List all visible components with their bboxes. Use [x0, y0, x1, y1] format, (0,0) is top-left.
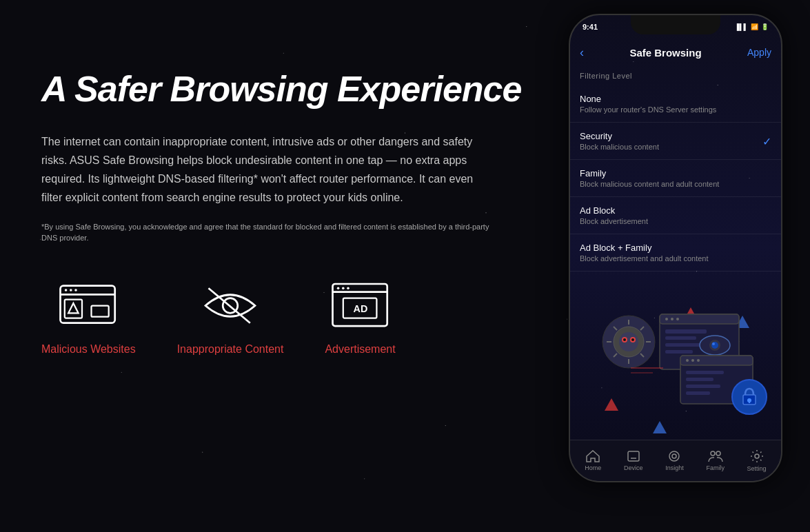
- disclaimer: *By using Safe Browsing, you acknowledge…: [41, 221, 496, 244]
- feature-malicious-label: Malicious Websites: [41, 343, 136, 356]
- filter-item-2[interactable]: Family Block malicious content and adult…: [570, 160, 781, 197]
- nav-family-label: Family: [706, 464, 725, 471]
- nav-setting[interactable]: Setting: [747, 449, 767, 472]
- nav-device[interactable]: Device: [624, 450, 643, 471]
- svg-point-13: [342, 287, 345, 290]
- feature-malicious-websites: Malicious Websites: [41, 278, 136, 356]
- svg-point-69: [716, 451, 720, 456]
- nav-insight-label: Insight: [665, 464, 684, 471]
- insight-icon: [667, 450, 681, 462]
- app-header: ‹ Safe Browsing Apply: [570, 37, 781, 68]
- hero-title: A Safer Browsing Experience: [41, 69, 524, 110]
- svg-point-66: [669, 451, 679, 461]
- svg-point-39: [671, 318, 674, 320]
- svg-point-40: [676, 318, 679, 320]
- svg-point-68: [711, 451, 715, 456]
- svg-point-70: [755, 454, 759, 458]
- svg-point-47: [711, 342, 718, 349]
- nav-device-label: Device: [624, 464, 643, 471]
- svg-rect-55: [686, 378, 713, 381]
- filter-item-4[interactable]: Ad Block + Family Block advertisement an…: [570, 234, 781, 272]
- svg-point-14: [347, 287, 350, 290]
- svg-marker-19: [605, 398, 618, 411]
- svg-point-52: [691, 359, 694, 362]
- svg-text:AD: AD: [353, 303, 367, 314]
- feature-advertisement: AD Advertisement: [325, 278, 395, 356]
- svg-rect-4: [92, 306, 109, 317]
- illustration-svg: [570, 287, 781, 438]
- signal-icon: ▐▌▌: [735, 23, 748, 30]
- left-content: A Safer Browsing Experience The internet…: [41, 69, 524, 356]
- svg-rect-42: [665, 336, 696, 340]
- feature-inappropriate: Inappropriate Content: [177, 278, 284, 356]
- nav-home[interactable]: Home: [585, 450, 601, 471]
- svg-point-7: [75, 289, 78, 291]
- advertisement-icon: AD: [330, 280, 392, 331]
- svg-point-5: [65, 289, 68, 291]
- filter-title-3: Ad Block: [580, 205, 771, 216]
- nav-insight[interactable]: Insight: [665, 450, 684, 471]
- svg-rect-41: [665, 329, 707, 334]
- nav-home-label: Home: [585, 464, 601, 471]
- features-row: Malicious Websites Inappropriate Content: [41, 278, 524, 356]
- filter-title-1: Security: [580, 131, 771, 141]
- app-screen-title: Safe Browsing: [629, 47, 701, 59]
- settings-icon: [750, 449, 764, 463]
- filter-item-1[interactable]: Security Block malicious content ✓: [570, 123, 781, 160]
- svg-rect-43: [665, 343, 703, 347]
- battery-icon: 🔋: [761, 23, 769, 30]
- svg-point-12: [336, 287, 339, 290]
- filter-item-0[interactable]: None Follow your router's DNS Server set…: [570, 85, 781, 123]
- check-icon-1: ✓: [762, 134, 771, 147]
- feature-inappropriate-label: Inappropriate Content: [177, 343, 284, 356]
- filtering-label: Filtering Level: [570, 72, 781, 85]
- filter-list: None Follow your router's DNS Server set…: [570, 85, 781, 272]
- inappropriate-icon: [199, 280, 261, 331]
- nav-family[interactable]: Family: [706, 450, 725, 471]
- svg-line-9: [209, 288, 250, 323]
- svg-rect-64: [628, 451, 639, 461]
- malicious-websites-icon-box: [54, 278, 123, 334]
- feature-advertisement-label: Advertisement: [325, 343, 395, 356]
- svg-point-34: [623, 338, 626, 341]
- svg-point-35: [631, 338, 634, 341]
- svg-rect-56: [686, 385, 720, 388]
- phone-mockup: 9:41 ▐▌▌ 📶 🔋 ‹ Safe Browsing Apply Filte…: [569, 14, 782, 517]
- bottom-nav: Home Device Insight: [570, 440, 781, 481]
- svg-rect-54: [686, 371, 724, 374]
- malicious-websites-icon: [57, 280, 119, 331]
- status-time: 9:41: [583, 23, 598, 31]
- svg-point-53: [697, 359, 700, 362]
- family-icon: [708, 450, 723, 462]
- phone-screen: 9:41 ▐▌▌ 📶 🔋 ‹ Safe Browsing Apply Filte…: [570, 15, 781, 481]
- svg-rect-57: [686, 391, 710, 395]
- device-icon: [627, 450, 640, 462]
- filter-item-3[interactable]: Ad Block Block advertisement: [570, 197, 781, 234]
- svg-point-23: [619, 332, 638, 351]
- svg-marker-20: [653, 421, 667, 433]
- filter-desc-4: Block advertisement and adult content: [580, 254, 771, 263]
- apply-button[interactable]: Apply: [747, 47, 771, 58]
- svg-point-48: [712, 342, 715, 345]
- svg-rect-44: [665, 350, 693, 354]
- wifi-icon: 📶: [751, 23, 758, 30]
- svg-point-6: [70, 289, 72, 291]
- filter-desc-0: Follow your router's DNS Server settings: [580, 105, 771, 114]
- svg-rect-50: [680, 356, 753, 365]
- home-icon: [586, 450, 600, 462]
- filter-title-2: Family: [580, 168, 771, 178]
- inappropriate-icon-box: [196, 278, 265, 334]
- nav-setting-label: Setting: [747, 465, 767, 472]
- svg-point-38: [665, 318, 668, 320]
- filter-desc-2: Block malicious content and adult conten…: [580, 180, 771, 188]
- back-button[interactable]: ‹: [580, 45, 584, 60]
- filter-desc-1: Block malicious content: [580, 143, 771, 151]
- svg-point-51: [686, 359, 689, 362]
- status-bar: 9:41 ▐▌▌ 📶 🔋: [570, 19, 781, 34]
- phone-outer: 9:41 ▐▌▌ 📶 🔋 ‹ Safe Browsing Apply Filte…: [569, 14, 782, 482]
- status-icons: ▐▌▌ 📶 🔋: [735, 23, 769, 30]
- advertisement-icon-box: AD: [326, 278, 395, 334]
- filter-title-0: None: [580, 94, 771, 104]
- filter-title-4: Ad Block + Family: [580, 243, 771, 253]
- svg-point-67: [672, 454, 676, 458]
